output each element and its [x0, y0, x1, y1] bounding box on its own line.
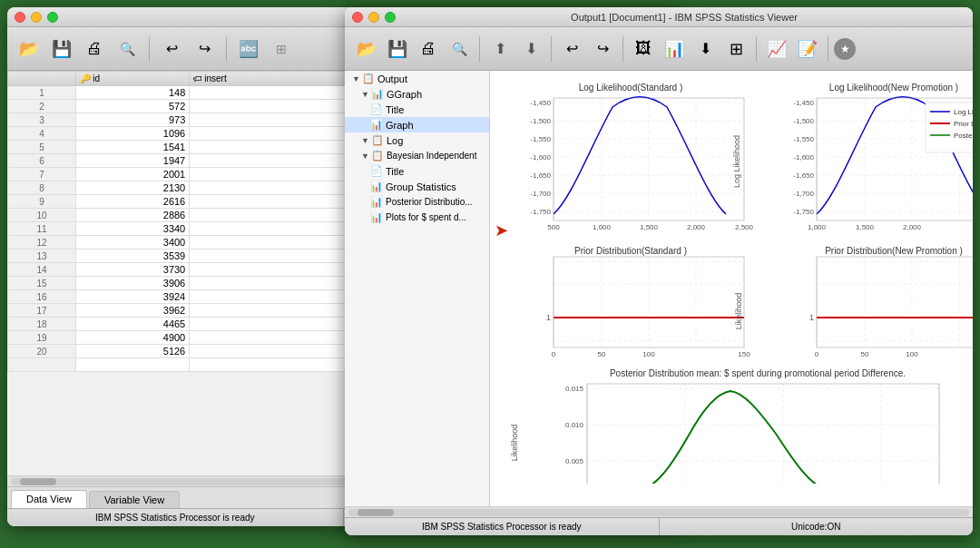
- nav-arrow-ggraph: ▼: [361, 90, 369, 99]
- row-num-header: [8, 72, 76, 86]
- insert-case-button[interactable]: ⊞: [267, 34, 296, 64]
- nav-title[interactable]: 📄 Title: [345, 102, 489, 117]
- nav-bayesian[interactable]: ▼ 📋 Bayesian Independent: [345, 148, 489, 163]
- svg-text:0.005: 0.005: [565, 457, 584, 465]
- svg-text:1: 1: [809, 313, 814, 322]
- tab-data-view[interactable]: Data View: [11, 490, 87, 508]
- row-num: 13: [8, 250, 76, 263]
- output-scrollbar-track: [348, 509, 969, 516]
- output-close-button[interactable]: [352, 12, 363, 23]
- output-encoding-status: Unicode:ON: [660, 518, 974, 535]
- var-button[interactable]: 🔤: [234, 34, 263, 64]
- row-num: 14: [8, 263, 76, 277]
- nav-output[interactable]: ▼ 📋 Output: [345, 71, 489, 86]
- svg-text:-1,500: -1,500: [530, 117, 551, 125]
- row-num: 3: [8, 113, 76, 127]
- id-cell: 3906: [76, 277, 190, 290]
- nav-posterior-dist[interactable]: 📊 Posterior Distributio...: [345, 194, 489, 210]
- id-cell: 3400: [76, 236, 190, 250]
- scrollbar-thumb[interactable]: [20, 478, 56, 485]
- row-num: 12: [8, 236, 76, 250]
- id-cell: 2886: [76, 209, 190, 222]
- svg-text:Log Likelihood: Log Likelihood: [732, 135, 741, 188]
- tb-down[interactable]: ⬇: [691, 34, 720, 64]
- nav-title-label: Title: [386, 104, 404, 115]
- output-traffic-lights: [352, 12, 396, 23]
- charts-area[interactable]: ➤ Log Likelihood(Standard ) Log Likeliho…: [490, 71, 973, 506]
- output-window-title: Output1 [Document1] - IBM SPSS Statistic…: [403, 12, 965, 23]
- svg-text:Likelihood: Likelihood: [510, 425, 519, 462]
- maximize-button[interactable]: [47, 12, 58, 23]
- nav-graph[interactable]: 📊 Graph: [345, 117, 489, 132]
- tb-script[interactable]: 📝: [793, 34, 822, 64]
- svg-text:-1,700: -1,700: [793, 190, 814, 198]
- tb-grid[interactable]: ⊞: [721, 34, 750, 64]
- tb-sep2: [551, 36, 552, 62]
- id-header[interactable]: 🔑 id: [76, 72, 190, 86]
- tb-sep3: [622, 36, 623, 62]
- tb-open[interactable]: 📂: [352, 34, 381, 64]
- output-maximize-button[interactable]: [385, 12, 396, 23]
- nav-posterior-label: Posterior Distributio...: [386, 197, 473, 207]
- svg-text:Prior Distribution: Prior Distribution: [954, 120, 973, 128]
- row-num: 6: [8, 154, 76, 168]
- tab-variable-view[interactable]: Variable View: [89, 491, 180, 508]
- row-num: 18: [8, 318, 76, 331]
- nav-bi-title[interactable]: 📄 Title: [345, 163, 489, 179]
- svg-text:50: 50: [861, 350, 869, 358]
- tb-find[interactable]: 🔍: [445, 34, 474, 64]
- close-button[interactable]: [15, 12, 25, 23]
- tb-save[interactable]: 💾: [383, 34, 412, 64]
- output-scrollbar-h[interactable]: [345, 506, 973, 517]
- svg-rect-95: [817, 257, 973, 347]
- id-cell: 1541: [76, 141, 190, 154]
- undo-button[interactable]: ↩: [157, 34, 186, 64]
- open-button[interactable]: 📂: [15, 34, 44, 64]
- find-button[interactable]: 🔍: [113, 34, 142, 64]
- nav-arrow-bayesian: ▼: [361, 152, 369, 161]
- save-button[interactable]: 💾: [47, 34, 76, 64]
- svg-text:Log Likelihood Function: Log Likelihood Function: [954, 108, 973, 116]
- id-cell: 3730: [76, 263, 190, 277]
- svg-text:50: 50: [598, 350, 606, 358]
- output-content: ▼ 📋 Output ▼ 📊 GGraph 📄 Title 📊 Graph ▼ …: [345, 71, 973, 506]
- svg-text:2,000: 2,000: [687, 223, 706, 231]
- svg-text:-1,450: -1,450: [530, 99, 551, 107]
- row-num: [8, 358, 76, 372]
- tb-chart[interactable]: 📈: [762, 34, 791, 64]
- svg-text:-1,550: -1,550: [793, 135, 814, 143]
- tb-sep1: [479, 36, 480, 62]
- output-scrollbar-thumb[interactable]: [358, 509, 394, 516]
- nav-plots[interactable]: 📊 Plots for $ spent d...: [345, 210, 489, 225]
- id-cell: 5126: [76, 345, 190, 358]
- svg-text:-1,450: -1,450: [793, 99, 814, 107]
- row-num: 15: [8, 277, 76, 290]
- arrow-indicator: ➤: [495, 220, 508, 240]
- tb-special[interactable]: ★: [834, 38, 856, 60]
- tb-export[interactable]: ⬆: [485, 34, 514, 64]
- nav-ggraph[interactable]: ▼ 📊 GGraph: [345, 86, 489, 102]
- row-num: 7: [8, 168, 76, 181]
- row-num: 4: [8, 127, 76, 141]
- print-button[interactable]: 🖨: [80, 34, 109, 64]
- nav-panel[interactable]: ▼ 📋 Output ▼ 📊 GGraph 📄 Title 📊 Graph ▼ …: [345, 71, 490, 506]
- nav-log[interactable]: ▼ 📋 Log: [345, 132, 489, 148]
- output-minimize-button[interactable]: [368, 12, 379, 23]
- tb-pic2[interactable]: 📊: [660, 34, 689, 64]
- svg-text:0.015: 0.015: [565, 385, 584, 393]
- tb-import[interactable]: ⬇: [516, 34, 545, 64]
- id-cell: 4900: [76, 331, 190, 345]
- tb-undo[interactable]: ↩: [557, 34, 586, 64]
- svg-text:Prior Distribution(Standard ): Prior Distribution(Standard ): [574, 246, 687, 256]
- toolbar-sep-1: [149, 36, 150, 62]
- tb-pic1[interactable]: 🖼: [629, 34, 658, 64]
- svg-text:0: 0: [815, 350, 819, 358]
- nav-group-stats[interactable]: 📊 Group Statistics: [345, 179, 489, 194]
- redo-button[interactable]: ↪: [190, 34, 219, 64]
- minimize-button[interactable]: [31, 12, 42, 23]
- tb-print[interactable]: 🖨: [414, 34, 443, 64]
- nav-plots-label: Plots for $ spent d...: [386, 212, 466, 222]
- output-status-bar: IBM SPSS Statistics Processor is ready U…: [345, 517, 973, 535]
- tb-redo[interactable]: ↪: [588, 34, 617, 64]
- nav-ggraph-label: GGraph: [387, 89, 422, 100]
